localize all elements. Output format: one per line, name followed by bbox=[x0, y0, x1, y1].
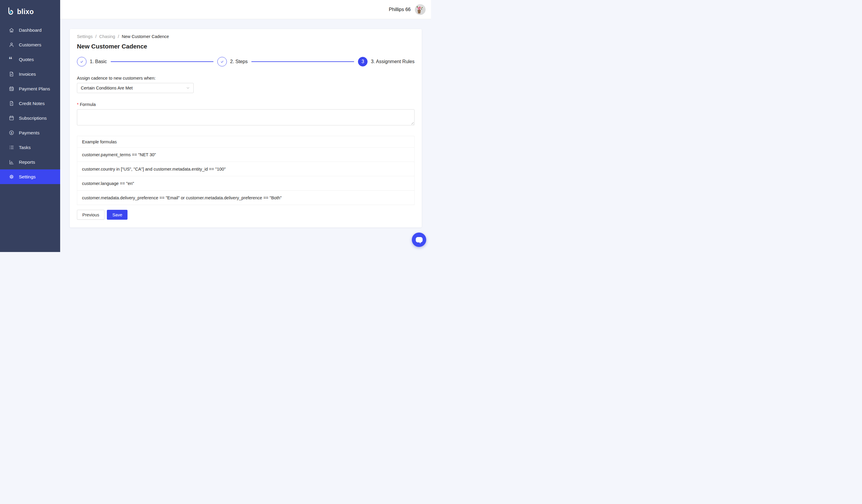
quote-icon: “ bbox=[9, 56, 14, 62]
breadcrumb: Settings / Chasing / New Customer Cadenc… bbox=[77, 34, 415, 39]
home-icon bbox=[9, 27, 14, 33]
top-header: Phillips 66 bbox=[60, 0, 431, 19]
previous-button[interactable]: Previous bbox=[77, 210, 104, 220]
dollar-circle-icon: $ bbox=[9, 130, 14, 136]
sidebar-item-label: Dashboard bbox=[19, 28, 42, 33]
breadcrumb-chasing[interactable]: Chasing bbox=[99, 34, 115, 39]
sidebar-item-label: Quotes bbox=[19, 57, 34, 62]
step-label: 1. Basic bbox=[90, 59, 107, 64]
sidebar-item-payments[interactable]: $ Payments bbox=[0, 125, 60, 140]
invoice-icon bbox=[9, 71, 14, 77]
example-formulas-table: Example formulas customer.payment_terms … bbox=[77, 136, 415, 205]
file-exclamation-icon bbox=[9, 101, 14, 106]
sidebar: blixo Dashboard Customers bbox=[0, 0, 60, 252]
page-title: New Customer Cadence bbox=[77, 43, 415, 50]
breadcrumb-settings[interactable]: Settings bbox=[77, 34, 92, 39]
save-button[interactable]: Save bbox=[107, 210, 128, 220]
calendar-icon bbox=[9, 115, 14, 121]
sidebar-item-label: Invoices bbox=[19, 71, 36, 77]
formula-input[interactable] bbox=[77, 109, 415, 125]
app-root: blixo Dashboard Customers bbox=[0, 0, 431, 252]
sidebar-item-label: Customers bbox=[19, 42, 41, 48]
user-avatar bbox=[415, 4, 426, 15]
assign-condition-select[interactable]: Certain Conditions Are Met bbox=[77, 83, 194, 93]
brand-name: blixo bbox=[17, 8, 34, 16]
svg-text:$: $ bbox=[11, 131, 13, 134]
blixo-logo-icon bbox=[6, 7, 14, 17]
assign-condition-selected-value: Certain Conditions Are Met bbox=[81, 85, 133, 90]
sidebar-item-label: Reports bbox=[19, 160, 35, 165]
example-formulas-header: Example formulas bbox=[77, 136, 415, 148]
content-card: Settings / Chasing / New Customer Cadenc… bbox=[70, 29, 422, 227]
bar-chart-icon bbox=[9, 159, 14, 165]
sidebar-item-payment-plans[interactable]: Payment Plans bbox=[0, 81, 60, 96]
calendar-check-icon bbox=[9, 86, 14, 92]
required-asterisk: * bbox=[77, 102, 79, 107]
sidebar-item-reports[interactable]: Reports bbox=[0, 155, 60, 169]
chat-bubble-icon bbox=[416, 237, 423, 242]
step-connector bbox=[251, 61, 354, 62]
sidebar-item-label: Payments bbox=[19, 130, 40, 136]
brand-logo[interactable]: blixo bbox=[0, 0, 60, 18]
sidebar-item-dashboard[interactable]: Dashboard bbox=[0, 23, 60, 37]
chevron-down-icon bbox=[186, 86, 190, 90]
sidebar-item-settings[interactable]: Settings bbox=[0, 169, 60, 184]
sidebar-item-label: Tasks bbox=[19, 145, 31, 150]
sidebar-item-quotes[interactable]: “ Quotes bbox=[0, 52, 60, 67]
formula-label: *Formula bbox=[77, 102, 415, 107]
sidebar-nav: Dashboard Customers “ Quotes bbox=[0, 23, 60, 184]
sidebar-item-customers[interactable]: Customers bbox=[0, 37, 60, 52]
assign-condition-label: Assign cadence to new customers when: bbox=[77, 76, 415, 80]
person-icon bbox=[9, 42, 14, 48]
example-formula-row[interactable]: customer.country in ["US", "CA"] and cus… bbox=[77, 162, 415, 176]
example-formula-row[interactable]: customer.payment_terms == "NET 30" bbox=[77, 148, 415, 162]
sidebar-item-label: Settings bbox=[19, 174, 36, 180]
main-content: Settings / Chasing / New Customer Cadenc… bbox=[60, 19, 431, 252]
step-finished-check-icon bbox=[217, 57, 227, 66]
step-connector bbox=[111, 61, 213, 62]
gear-icon bbox=[9, 174, 14, 180]
step-steps[interactable]: 2. Steps bbox=[217, 57, 248, 66]
sidebar-item-invoices[interactable]: Invoices bbox=[0, 67, 60, 81]
sidebar-item-credit-notes[interactable]: Credit Notes bbox=[0, 96, 60, 111]
step-basic[interactable]: 1. Basic bbox=[77, 57, 107, 66]
steps-wizard: 1. Basic 2. Steps 3 3. Assignment Rules bbox=[77, 57, 415, 66]
example-formula-row[interactable]: customer.language == "en" bbox=[77, 176, 415, 191]
svg-text:“: “ bbox=[9, 56, 12, 62]
breadcrumb-separator: / bbox=[95, 34, 96, 39]
list-icon bbox=[9, 145, 14, 150]
example-formula-row[interactable]: customer.metadata.delivery_preference ==… bbox=[77, 191, 415, 205]
breadcrumb-separator: / bbox=[118, 34, 119, 39]
step-label: 3. Assignment Rules bbox=[371, 59, 415, 64]
user-name: Phillips 66 bbox=[389, 7, 410, 12]
step-assignment-rules[interactable]: 3 3. Assignment Rules bbox=[358, 57, 415, 66]
user-menu[interactable]: Phillips 66 bbox=[389, 4, 426, 15]
step-number-badge: 3 bbox=[358, 57, 367, 66]
sidebar-item-label: Subscriptions bbox=[19, 116, 47, 121]
step-label: 2. Steps bbox=[230, 59, 248, 64]
sidebar-item-label: Credit Notes bbox=[19, 101, 44, 106]
sidebar-item-tasks[interactable]: Tasks bbox=[0, 140, 60, 155]
sidebar-item-subscriptions[interactable]: Subscriptions bbox=[0, 111, 60, 125]
sidebar-item-label: Payment Plans bbox=[19, 86, 50, 92]
form-actions: Previous Save bbox=[77, 210, 415, 220]
step-finished-check-icon bbox=[77, 57, 87, 66]
breadcrumb-current: New Customer Cadence bbox=[122, 34, 169, 39]
chat-launcher-button[interactable] bbox=[412, 233, 426, 247]
formula-field-wrap bbox=[77, 109, 415, 125]
